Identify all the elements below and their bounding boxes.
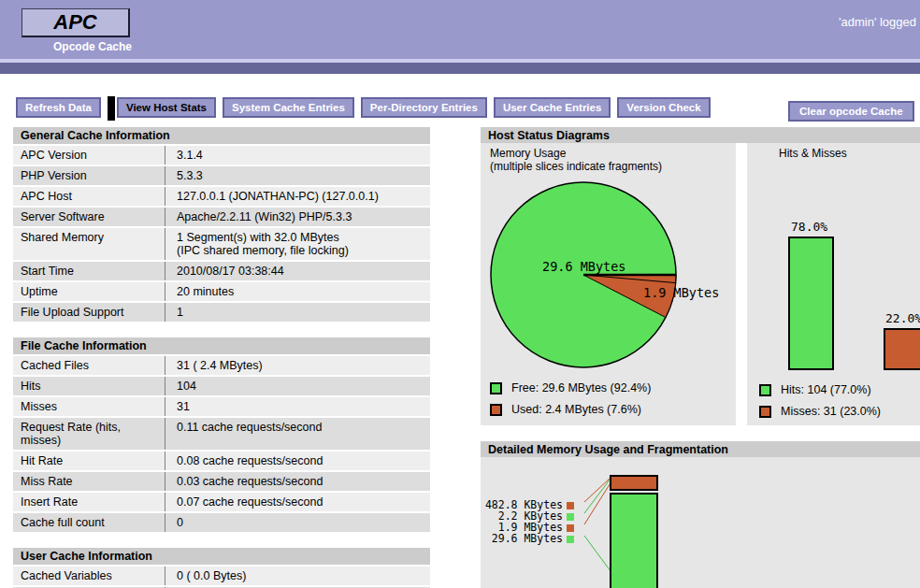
fragment-label: 29.6 MBytes <box>481 534 563 544</box>
table-row: Hit Rate 0.08 cache requests/second <box>13 452 430 472</box>
memory-usage-subtitle: (multiple slices indicate fragments) <box>490 160 662 173</box>
row-value: 0.11 cache requests/second <box>165 418 430 450</box>
hits-misses-title: Hits & Misses <box>779 147 847 160</box>
info-table: User Cache Information Cached Variables … <box>13 548 430 588</box>
info-tables-column: General Cache Information APC Version 3.… <box>13 127 430 588</box>
menu-bar: Refresh DataView Host StatsSystem Cache … <box>16 97 711 118</box>
table-row: Server Software Apache/2.2.11 (Win32) PH… <box>13 208 430 228</box>
connector-line <box>584 477 611 502</box>
fragment-label-row: 29.6 MBytes <box>481 530 574 541</box>
row-value: 1 <box>165 303 430 322</box>
row-label: Start Time <box>13 262 165 280</box>
row-label: Request Rate (hits, misses) <box>13 418 165 450</box>
pie-legend-used-row: Used: 2.4 MBytes (7.6%) <box>490 403 641 416</box>
apc-admin-page: APC Opcode Cache 'admin' logged in Refre… <box>0 0 920 588</box>
fragment-label-row: 1.9 MBytes <box>481 519 574 530</box>
menu-button-view-host-stats[interactable]: View Host Stats <box>117 97 216 118</box>
row-value: 0 ( 0.0 Bytes) <box>165 566 430 585</box>
detailed-memory-header: Detailed Memory Usage and Fragmentation <box>481 441 920 457</box>
row-value: 0.07 cache requests/second <box>165 493 430 511</box>
host-status-header: Host Status Diagrams <box>481 127 920 143</box>
fragment-swatch-icon <box>567 536 574 543</box>
row-label: Server Software <box>13 208 165 226</box>
fragment-label-row: 482.8 KBytes <box>481 496 574 508</box>
free-swatch-icon <box>490 382 502 394</box>
info-table: File Cache Information Cached Files 31 (… <box>13 337 430 534</box>
memory-bar-used-segment <box>610 475 658 491</box>
row-value: 0.08 cache requests/second <box>165 452 430 470</box>
row-value: 20 minutes <box>165 282 430 301</box>
row-label: Shared Memory <box>13 228 165 260</box>
table-row: Cached Files 31 ( 2.4 MBytes) <box>13 356 430 377</box>
logo-subtitle: Opcode Cache <box>53 40 132 53</box>
table-row: PHP Version 5.3.3 <box>13 166 430 187</box>
header-divider-dark <box>0 63 920 74</box>
row-label: APC Host <box>13 187 165 206</box>
menu-button-system-cache-entries[interactable]: System Cache Entries <box>223 97 354 118</box>
menu-button-refresh-data[interactable]: Refresh Data <box>16 97 101 118</box>
row-label: Uptime <box>13 282 165 301</box>
memory-pie-chart: 29.6 MBytes 1.9 MBytes <box>482 176 735 377</box>
row-label: Hits <box>13 377 165 395</box>
pie-legend-free-row: Free: 29.6 MBytes (92.4%) <box>490 381 651 394</box>
misses-bar <box>884 328 920 370</box>
table-row: APC Host 127.0.0.1 (JONATHAN-PC) (127.0.… <box>13 187 430 208</box>
table-title: File Cache Information <box>13 337 430 356</box>
misses-swatch-icon <box>759 406 771 418</box>
legend-label: Hits: 104 (77.0%) <box>781 383 871 396</box>
menu-button-version-check[interactable]: Version Check <box>617 97 710 118</box>
menu-button-user-cache-entries[interactable]: User Cache Entries <box>494 97 611 118</box>
hits-swatch-icon <box>759 384 771 396</box>
row-value: 31 ( 2.4 MBytes) <box>165 356 430 375</box>
bar-legend-hits-row: Hits: 104 (77.0%) <box>759 383 871 396</box>
fragment-label-row: 2.2 KBytes <box>481 508 574 519</box>
table-row: APC Version 3.1.4 <box>13 146 430 166</box>
table-row: Request Rate (hits, misses) 0.11 cache r… <box>13 418 430 452</box>
memory-usage-title: Memory Usage <box>490 147 566 160</box>
table-row: Start Time 2010/08/17 03:38:44 <box>13 262 430 282</box>
login-status: 'admin' logged in <box>839 15 920 29</box>
row-label: PHP Version <box>13 166 165 185</box>
pie-label-used: 1.9 MBytes <box>643 285 719 300</box>
row-value: 127.0.0.1 (JONATHAN-PC) (127.0.0.1) <box>165 187 430 206</box>
misses-bar-label: 22.0% <box>885 311 920 325</box>
row-value: 31 <box>165 397 430 416</box>
hits-bar <box>788 237 834 370</box>
row-value: 0 <box>165 513 430 532</box>
legend-label: Free: 29.6 MBytes (92.4%) <box>511 381 651 394</box>
table-rows: APC Version 3.1.4 PHP Version 5.3.3 APC … <box>13 146 430 323</box>
row-value: 104 <box>165 377 430 395</box>
connector-line <box>584 481 611 524</box>
hits-bar-label: 78.0% <box>791 220 827 234</box>
connector-line <box>584 536 611 571</box>
row-label: File Upload Support <box>13 303 165 322</box>
row-value: 5.3.3 <box>165 166 430 185</box>
table-row: Cached Variables 0 ( 0.0 Bytes) <box>13 566 430 587</box>
bar-legend-misses-row: Misses: 31 (23.0%) <box>759 405 881 418</box>
row-label: Cache full count <box>13 513 165 532</box>
row-label: Insert Rate <box>13 493 165 511</box>
header-band <box>0 0 920 59</box>
row-label: APC Version <box>13 146 165 165</box>
row-label: Cached Variables <box>13 566 165 585</box>
row-label: Misses <box>13 397 165 416</box>
table-row: Hits 104 <box>13 377 430 397</box>
clear-opcode-cache-button[interactable]: Clear opcode Cache <box>788 101 914 122</box>
row-label: Hit Rate <box>13 452 165 470</box>
menu-button-per-directory-entries[interactable]: Per-Directory Entries <box>361 97 487 118</box>
row-value: Apache/2.2.11 (Win32) PHP/5.3.3 <box>165 208 430 226</box>
info-table: General Cache Information APC Version 3.… <box>13 127 430 323</box>
table-row: File Upload Support 1 <box>13 303 430 323</box>
row-value: 2010/08/17 03:38:44 <box>165 262 430 280</box>
used-swatch-icon <box>490 404 502 416</box>
table-row: Miss Rate 0.03 cache requests/second <box>13 472 430 493</box>
table-title: General Cache Information <box>13 127 430 146</box>
table-row: Cache full count 0 <box>13 513 430 534</box>
table-rows: Cached Files 31 ( 2.4 MBytes) Hits 104 M… <box>13 356 430 534</box>
table-title: User Cache Information <box>13 548 430 566</box>
pie-label-free: 29.6 MBytes <box>542 259 625 274</box>
row-value: 0.03 cache requests/second <box>165 472 430 491</box>
memory-bar-free-segment <box>610 493 658 588</box>
table-row: Shared Memory 1 Segment(s) with 32.0 MBy… <box>13 228 430 262</box>
table-row: Uptime 20 minutes <box>13 282 430 303</box>
